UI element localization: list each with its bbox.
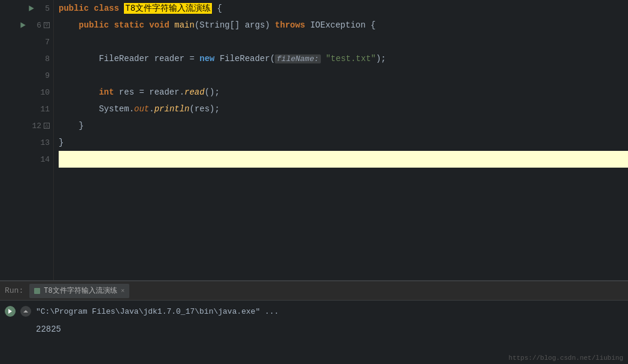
panel-tab-run[interactable]: T8文件字符输入流演练 ×	[29, 284, 129, 298]
line-gutter: 5 6 ▽ 7 8 9	[0, 0, 54, 280]
code-line-13: }	[59, 134, 628, 151]
gutter-row-11: 11	[0, 101, 53, 117]
svg-marker-3	[23, 310, 28, 313]
run-arrow-6[interactable]	[19, 21, 27, 29]
run-button[interactable]	[5, 306, 16, 317]
line-number-9: 9	[38, 71, 50, 80]
svg-marker-1	[20, 22, 25, 28]
tab-file-icon	[34, 288, 40, 294]
panel-output-row: 22825	[5, 321, 623, 338]
panel-tabs: Run: T8文件字符输入流演练 ×	[0, 281, 628, 301]
svg-marker-2	[8, 309, 12, 314]
gutter-row-8: 8	[0, 50, 53, 67]
gutter-row-5: 5	[0, 0, 53, 17]
panel-command-row: "C:\Program Files\Java\jdk1.7.0_17\bin\j…	[5, 303, 623, 320]
line-number-5: 5	[38, 4, 50, 13]
code-line-8: FileReader reader = new FileReader(fileN…	[59, 50, 628, 67]
fold-icon-6[interactable]: ▽	[44, 22, 50, 28]
line-number-11: 11	[38, 105, 50, 114]
line-number-13: 13	[38, 138, 50, 147]
watermark: https://blog.csdn.net/liubing	[509, 354, 623, 362]
code-line-6: public static void main(String[] args) t…	[59, 17, 628, 34]
fold-icon-12[interactable]: △	[44, 123, 50, 129]
gutter-row-9: 9	[0, 67, 53, 84]
scroll-up-button[interactable]	[20, 306, 31, 317]
line-number-7: 7	[38, 38, 50, 47]
line-number-12: 12	[29, 122, 41, 131]
gutter-row-12: 12 △	[0, 117, 53, 134]
gutter-row-7: 7	[0, 34, 53, 50]
tab-name: T8文件字符输入流演练	[44, 286, 117, 296]
code-line-5: public class T8文件字符输入流演练 {	[59, 0, 628, 17]
console-output: 22825	[20, 324, 61, 334]
code-line-9	[59, 67, 628, 84]
code-line-12: }	[59, 117, 628, 134]
code-line-11: System.out.println(res);	[59, 101, 628, 117]
gutter-row-10: 10	[0, 84, 53, 101]
line-number-8: 8	[38, 54, 50, 63]
tab-close-button[interactable]: ×	[121, 287, 125, 295]
code-line-7	[59, 34, 628, 50]
line-number-10: 10	[38, 88, 50, 97]
console-command: "C:\Program Files\Java\jdk1.7.0_17\bin\j…	[36, 307, 279, 316]
panel-content: "C:\Program Files\Java\jdk1.7.0_17\bin\j…	[0, 301, 628, 364]
run-arrow-5[interactable]	[27, 4, 35, 13]
line-number-14: 14	[38, 155, 50, 164]
gutter-row-6: 6 ▽	[0, 17, 53, 34]
code-container: 5 6 ▽ 7 8 9	[0, 0, 628, 280]
gutter-row-14: 14	[0, 151, 53, 168]
bottom-panel: Run: T8文件字符输入流演练 × "C:\Program Files\Jav…	[0, 280, 628, 364]
line-number-6: 6	[29, 21, 41, 30]
svg-marker-0	[29, 5, 34, 11]
code-line-10: int res = reader.read();	[59, 84, 628, 101]
code-lines[interactable]: public class T8文件字符输入流演练 { public static…	[54, 0, 628, 280]
gutter-row-13: 13	[0, 134, 53, 151]
run-label: Run:	[5, 286, 23, 295]
code-line-14	[59, 151, 628, 168]
editor-area: 5 6 ▽ 7 8 9	[0, 0, 628, 280]
